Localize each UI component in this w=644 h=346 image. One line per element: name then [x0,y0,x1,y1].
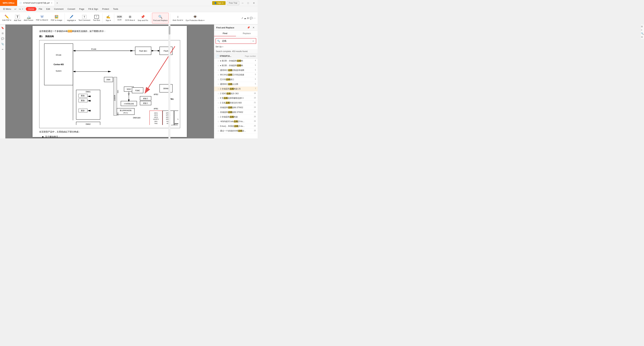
result-item-15[interactable]: □ 通过一个多级的AHB总线架... 25 [214,129,258,133]
menu-edit[interactable]: Edit [44,7,52,11]
result-page-3: 5 [252,73,256,75]
result-item-11[interactable]: □ 存储器和总线架构 STM32 25 [214,110,258,115]
document-tab[interactable]: 📄 STM32F10x中文参考手册.pdf ✕ [17,0,55,6]
result-item-2[interactable]: □ 通用串行总线控制器局域网 5 [214,68,258,73]
pdf-page: 这些都是通过一个多级的AHB总线构架相互连接的，如下图图1所示： 图1 系统结构… [32,26,187,137]
tab-replace[interactable]: Replace [236,31,258,36]
result-item-13[interactable]: □ -M3内核DCode总线(D-bu... 25 [214,119,258,124]
result-text-15: 通过一个多级的AHB总线架... [220,129,252,132]
setup-label[interactable]: Set Up [216,46,222,48]
result-item-14[interactable]: □ D-bus)，和系统总线(S-bu... 25 [214,124,258,129]
maximize-button[interactable]: □ [246,2,250,4]
free-trial-button[interactable]: Free Trial [227,1,239,5]
tool-text-comment[interactable]: T Text Comment [78,13,92,24]
scrollbar[interactable] [168,25,170,138]
result-item-5[interactable]: □ 通用串行总线以太网 5 [214,82,258,87]
result-page-11: 25 [252,111,256,113]
settings-icon[interactable]: ⚙ [247,17,249,20]
result-item-6[interactable]: □ 2 存储器和总线构架 25 7 [214,87,258,91]
result-doc-icon-7: □ [218,93,219,95]
share-icon[interactable]: ↗ [241,17,243,20]
panel-pin-button[interactable]: 📌 [246,26,251,29]
menu-file[interactable]: File [37,7,44,11]
figure-label: 图1 系统结构 [39,35,180,38]
tool-ocr-area[interactable]: ⊞ OCR Area ▾ [124,13,136,24]
tool-highlight[interactable]: 🖊️ Highlight ▾ [66,13,77,24]
result-page-1: 5 [252,64,256,66]
search-input[interactable] [221,39,251,43]
pdf-to-image-label: PDF to Image [51,19,62,21]
close-button[interactable]: ✕ [252,2,256,4]
sidebar-bookmark-icon[interactable]: 🔖 [1,26,5,30]
svg-text:DCode: DCode [56,54,62,56]
cloud-icon[interactable]: ☁ [244,17,246,20]
svg-text:Flash: Flash [164,50,168,52]
bullet-item: ● 五个驱动单元： [42,135,180,138]
result-text-2: 通用串行总线控制器局域网 [220,69,252,72]
sidebar-comment-icon[interactable]: 💬 [1,37,5,41]
more-icon[interactable]: ⋯ [253,17,256,20]
auto-scroll-label: Auto Scroll ▾ [172,19,183,21]
undo-button[interactable]: ↩ [14,7,18,11]
tool-text-box[interactable]: T Text Box [92,13,101,24]
tool-pdf-to-word[interactable]: W PDF to Word ▾ [35,13,49,24]
result-item-10[interactable]: □ 存储器和总线架构 STM32 24 [214,105,258,110]
menu-home[interactable]: Home [26,7,36,11]
redo-button[interactable]: ↪ [18,7,22,11]
menu-protect[interactable]: Protect [100,7,111,11]
tab-close-icon[interactable]: ✕ [51,2,52,4]
menu-tools[interactable]: Tools [111,7,120,11]
wps-office-tab[interactable]: WPS Office [0,0,17,6]
menu-comment[interactable]: Comment [52,7,65,11]
result-item-0[interactable]: □ ● 第2章：存储器和总线构 4 [214,59,258,63]
sidebar-attachment-icon[interactable]: 📎 [1,42,5,46]
result-item-9[interactable]: □ 2 主机总线突发访问 683 21 [214,101,258,105]
result-item-7[interactable]: □ 2 SDIO总线拓扑 363 16 [214,91,258,96]
minimize-button[interactable]: ─ [240,2,245,4]
search-prev-button[interactable]: ∧ [251,39,255,43]
tool-eye-protection[interactable]: 👁️ Eye Protection Mode ▾ [185,13,206,24]
svg-text:DMA: DMA [106,79,110,81]
menu-convert[interactable]: Convert [66,7,77,11]
search-icon: 🔍 [216,39,221,43]
svg-text:DMA2: DMA2 [86,123,90,125]
svg-text:桥接 1: 桥接 1 [143,102,148,104]
result-item-4[interactable]: □ 芯片间总线接口 5 [214,77,258,82]
tool-ocr[interactable]: OCR OCR [116,13,124,24]
result-text-14: D-bus)，和系统总线(S-bu... [220,125,252,128]
history-dropdown[interactable]: ▾ [22,8,23,10]
result-doc-icon-14: □ [218,125,219,127]
result-item-12[interactable]: □ 2 存储器和总线构架 25 [214,115,258,119]
tool-find-replace[interactable]: 🔍 Find and Replace [152,13,169,24]
svg-text:·: · [83,106,83,108]
tool-add-picture[interactable]: 🏔️ Add Picture [23,13,34,24]
add-picture-icon: 🏔️ [26,15,31,19]
setup-arrow-icon: ▾ [222,46,223,48]
panel-close-button[interactable]: ✕ [252,26,256,29]
result-item-8[interactable]: □ 9 宽总线选择和解除选择 3 16 [214,96,258,101]
svg-text:ADC3: ADC3 [154,116,158,118]
menu-page[interactable]: Page [78,7,86,11]
menu-hamburger[interactable]: ☰ Menu [1,7,13,11]
result-page-9: 21 [252,101,256,103]
tool-sign[interactable]: ✍️ Sign ▾ [104,13,113,24]
panel-title: Find and Replace [216,26,234,29]
sidebar-thumbnail-icon[interactable]: ⊞ [1,31,5,35]
result-item-1[interactable]: □ ● 第2章：存储器和总线构 5 [214,63,258,68]
chat-icon[interactable]: 💬 [250,17,252,20]
new-tab-button[interactable]: + [55,0,60,6]
tool-pdf-to-image[interactable]: 🖼️ PDF to Image [50,13,63,24]
tool-add-text[interactable]: T Add Text [13,13,22,24]
result-text-13: -M3内核DCode总线(D-bu... [220,120,252,123]
tool-auto-scroll[interactable]: ↕️ Auto Scroll ▾ [172,13,184,24]
result-item-3[interactable]: □ 串行外设总线芯片间总线接 5 [214,73,258,77]
tab-find[interactable]: Find [214,31,236,36]
search-next-button[interactable]: ∨ [255,39,256,43]
toolbar-right-tools: ↗ ☁ ⚙ 💬 ⋯ [241,17,256,20]
scrollbar-thumb[interactable] [169,26,170,35]
sidebar-signature-icon[interactable]: ✒ [1,47,5,51]
tool-edit-pdf[interactable]: ✏️ Edit PDF ▾ [1,13,12,24]
sign-in-button[interactable]: 👤 Sign in [212,1,226,5]
menu-fill-sign[interactable]: Fill & Sign [86,7,100,11]
tool-snip-pin[interactable]: 📌 Snip and Pin [137,13,149,24]
